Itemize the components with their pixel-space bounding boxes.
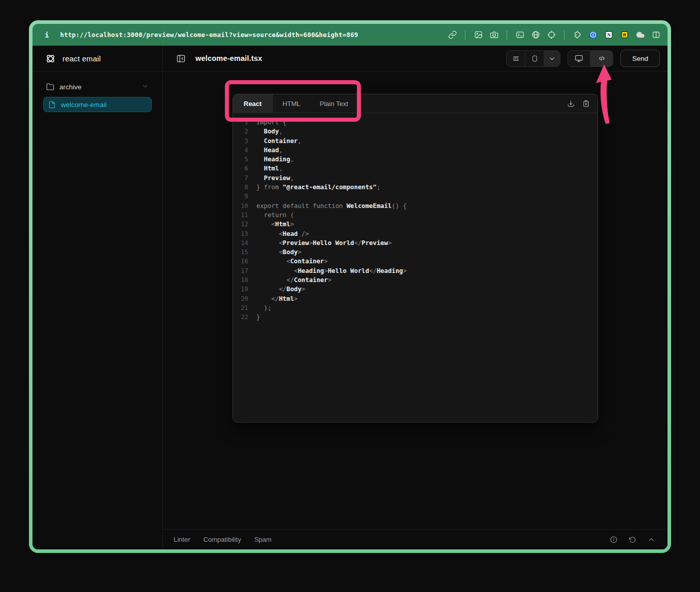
code-line: 19 </Body>	[233, 285, 597, 294]
split-view-icon[interactable]	[651, 30, 660, 40]
copy-clipboard-icon[interactable]	[582, 100, 590, 108]
svg-text:R: R	[623, 32, 626, 38]
bottom-bar-actions	[610, 536, 655, 544]
chevron-down-icon[interactable]	[142, 83, 149, 91]
svg-text:N: N	[607, 32, 611, 38]
viewport-frame-button[interactable]	[525, 51, 544, 66]
code-line: 9	[233, 192, 597, 201]
page-title: welcome-email.tsx	[195, 54, 262, 62]
code-line: 22}	[233, 312, 597, 322]
brand-name: react email	[62, 54, 101, 63]
code-lines[interactable]: 1import {2 Body,3 Container,4 Head,5 Hea…	[233, 113, 597, 327]
download-icon[interactable]	[567, 100, 575, 108]
bottom-tab-compatibility[interactable]: Compatibility	[204, 536, 241, 543]
viewport-dropdown-button[interactable]	[544, 51, 560, 66]
globe-icon[interactable]	[531, 30, 540, 40]
code-tabbar: React HTML Plain Text	[233, 94, 597, 113]
folder-icon	[46, 83, 54, 91]
code-line: 1import {	[233, 118, 597, 127]
main-panel: welcome-email.tsx	[163, 46, 668, 549]
email-list: archive welcome-email	[32, 72, 162, 120]
code-line: 18 </Container>	[233, 275, 597, 285]
chevron-down-icon	[548, 54, 556, 63]
notion-icon[interactable]: N	[604, 30, 613, 40]
code-line: 17 <Heading>Hello World</Heading>	[233, 266, 597, 275]
terminal-icon[interactable]	[515, 30, 524, 40]
url-text[interactable]: http://localhost:3000/preview/welcome-em…	[60, 31, 358, 39]
code-line: 3 Container,	[233, 136, 597, 146]
extensions-puzzle-icon[interactable]	[573, 30, 582, 40]
code-line: 2 Body,	[233, 127, 597, 136]
react-email-app: react email archive welcome-email	[32, 46, 668, 549]
info-icon[interactable]	[610, 536, 618, 544]
code-line: 14 <Preview>Hello World</Preview>	[233, 238, 597, 248]
react-email-knot-icon	[45, 53, 56, 64]
bottom-bar: Linter Compatibility Spam	[163, 529, 668, 549]
code-line: 4 Head,	[233, 146, 597, 155]
header-controls: Send	[506, 50, 660, 67]
bottom-tab-spam[interactable]: Spam	[254, 536, 272, 543]
code-line: 5 Heading,	[233, 155, 597, 164]
code-line: 21 );	[233, 303, 597, 312]
image-icon[interactable]	[474, 30, 483, 40]
sidebar-header: react email	[32, 46, 162, 72]
onepassword-icon[interactable]	[588, 30, 597, 40]
desktop-view-icon	[575, 54, 583, 63]
sidebar-item-welcome-email[interactable]: welcome-email	[43, 97, 152, 112]
code-line: 12 <Html>	[233, 220, 597, 229]
sidebar-item-archive[interactable]: archive	[43, 80, 152, 94]
desktop-view-button[interactable]	[568, 51, 590, 66]
code-line: 16 <Container>	[233, 257, 597, 266]
browser-toolbar: N R	[448, 30, 660, 40]
source-code-panel: React HTML Plain Text 1import {2 Body,3 …	[232, 94, 598, 423]
toolbar-divider	[507, 30, 507, 40]
page-info-icon[interactable]: i	[45, 31, 49, 39]
link-icon[interactable]	[448, 30, 457, 40]
toolbar-divider	[564, 30, 564, 40]
crosshair-icon[interactable]	[547, 30, 556, 40]
code-line: 8} from "@react-email/components";	[233, 183, 597, 192]
viewport-width-icon	[512, 54, 520, 63]
code-line: 13 <Head />	[233, 229, 597, 238]
viewport-size-controls	[506, 50, 560, 67]
code-line: 7 Preview,	[233, 173, 597, 183]
main-header: welcome-email.tsx	[163, 46, 668, 72]
viewport-frame-icon	[530, 54, 539, 63]
tab-plain-text[interactable]: Plain Text	[310, 94, 358, 113]
collapse-sidebar-icon[interactable]	[174, 52, 187, 65]
code-line: 11 return (	[233, 211, 597, 220]
viewport-width-button[interactable]	[507, 51, 525, 66]
chevron-up-icon[interactable]	[647, 536, 655, 544]
tab-html[interactable]: HTML	[273, 94, 310, 113]
bottom-tab-linter[interactable]: Linter	[174, 536, 190, 543]
browser-window: i http://localhost:3000/preview/welcome-…	[29, 20, 671, 553]
code-line: 15 <Body>	[233, 248, 597, 257]
toolbar-divider	[465, 30, 465, 40]
content-area: React HTML Plain Text 1import {2 Body,3 …	[163, 72, 668, 529]
tab-react[interactable]: React	[233, 94, 273, 113]
code-line: 6 Html,	[233, 164, 597, 173]
file-icon	[48, 101, 56, 109]
send-button[interactable]: Send	[620, 50, 660, 67]
code-view-button[interactable]	[590, 51, 613, 66]
code-view-icon	[597, 54, 606, 63]
code-line: 20 </Html>	[233, 294, 597, 303]
email-item-label: welcome-email	[61, 101, 107, 109]
cloud-icon[interactable]	[636, 30, 645, 40]
camera-icon[interactable]	[489, 30, 498, 40]
view-mode-toggle	[568, 50, 613, 67]
r-extension-icon[interactable]: R	[620, 30, 629, 40]
code-actions	[567, 94, 597, 113]
folder-label: archive	[59, 83, 82, 91]
code-line: 10export default function WelcomeEmail()…	[233, 201, 597, 211]
sidebar: react email archive welcome-email	[32, 46, 163, 549]
browser-url-bar[interactable]: i http://localhost:3000/preview/welcome-…	[32, 24, 668, 46]
refresh-ccw-icon[interactable]	[628, 536, 637, 544]
